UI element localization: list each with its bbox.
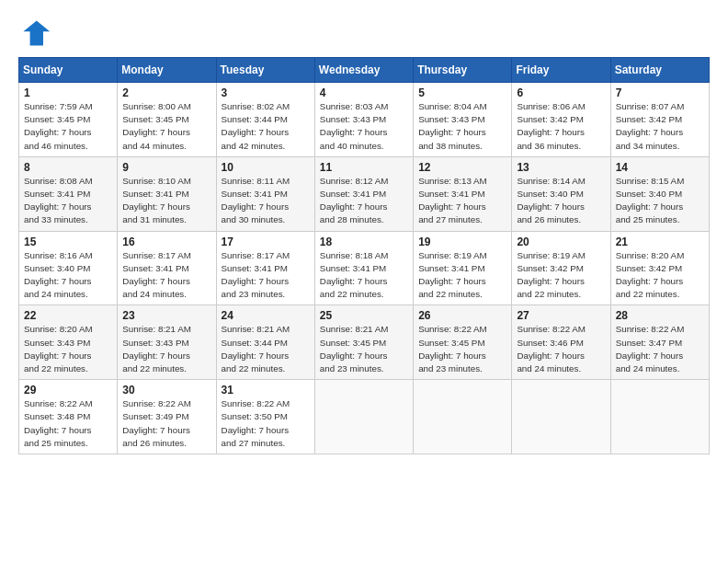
day-cell: 11Sunrise: 8:12 AM Sunset: 3:41 PM Dayli… xyxy=(314,156,413,231)
day-cell: 9Sunrise: 8:10 AM Sunset: 3:41 PM Daylig… xyxy=(118,156,216,231)
day-info: Sunrise: 8:08 AM Sunset: 3:41 PM Dayligh… xyxy=(24,175,112,227)
calendar-header-row: SundayMondayTuesdayWednesdayThursdayFrid… xyxy=(19,58,710,83)
day-number: 13 xyxy=(517,161,605,174)
day-number: 2 xyxy=(122,86,210,99)
day-info: Sunrise: 7:59 AM Sunset: 3:45 PM Dayligh… xyxy=(24,100,112,153)
day-header-saturday: Saturday xyxy=(610,58,709,83)
day-info: Sunrise: 8:03 AM Sunset: 3:43 PM Dayligh… xyxy=(320,100,408,153)
day-number: 30 xyxy=(122,384,210,396)
day-cell: 20Sunrise: 8:19 AM Sunset: 3:42 PM Dayli… xyxy=(512,231,610,305)
week-row-3: 15Sunrise: 8:16 AM Sunset: 3:40 PM Dayli… xyxy=(19,231,710,305)
day-cell: 26Sunrise: 8:22 AM Sunset: 3:45 PM Dayli… xyxy=(414,305,512,380)
day-info: Sunrise: 8:12 AM Sunset: 3:41 PM Dayligh… xyxy=(320,175,408,227)
day-cell: 15Sunrise: 8:16 AM Sunset: 3:40 PM Dayli… xyxy=(19,231,118,305)
day-info: Sunrise: 8:10 AM Sunset: 3:41 PM Dayligh… xyxy=(122,175,210,227)
day-number: 19 xyxy=(418,236,506,248)
day-header-wednesday: Wednesday xyxy=(314,58,413,83)
day-number: 24 xyxy=(222,309,310,322)
day-cell: 2Sunrise: 8:00 AM Sunset: 3:45 PM Daylig… xyxy=(118,83,216,157)
calendar: SundayMondayTuesdayWednesdayThursdayFrid… xyxy=(18,57,710,454)
day-number: 11 xyxy=(320,161,408,174)
day-info: Sunrise: 8:21 AM Sunset: 3:44 PM Dayligh… xyxy=(222,323,310,375)
day-info: Sunrise: 8:22 AM Sunset: 3:45 PM Dayligh… xyxy=(418,323,506,375)
week-row-2: 8Sunrise: 8:08 AM Sunset: 3:41 PM Daylig… xyxy=(19,156,710,231)
day-cell: 13Sunrise: 8:14 AM Sunset: 3:40 PM Dayli… xyxy=(512,156,610,231)
day-info: Sunrise: 8:22 AM Sunset: 3:50 PM Dayligh… xyxy=(222,397,310,450)
day-header-monday: Monday xyxy=(118,58,216,83)
day-info: Sunrise: 8:16 AM Sunset: 3:40 PM Dayligh… xyxy=(24,249,112,302)
week-row-5: 29Sunrise: 8:22 AM Sunset: 3:48 PM Dayli… xyxy=(19,380,710,454)
day-number: 10 xyxy=(222,161,310,174)
day-number: 21 xyxy=(616,236,704,248)
day-cell: 16Sunrise: 8:17 AM Sunset: 3:41 PM Dayli… xyxy=(118,231,216,305)
day-cell: 31Sunrise: 8:22 AM Sunset: 3:50 PM Dayli… xyxy=(216,380,314,454)
day-cell xyxy=(414,380,512,454)
day-cell: 18Sunrise: 8:18 AM Sunset: 3:41 PM Dayli… xyxy=(314,231,413,305)
day-header-sunday: Sunday xyxy=(19,58,118,83)
day-cell: 21Sunrise: 8:20 AM Sunset: 3:42 PM Dayli… xyxy=(610,231,709,305)
day-cell: 25Sunrise: 8:21 AM Sunset: 3:45 PM Dayli… xyxy=(314,305,413,380)
header xyxy=(18,17,710,50)
day-number: 15 xyxy=(24,236,112,248)
day-info: Sunrise: 8:02 AM Sunset: 3:44 PM Dayligh… xyxy=(222,100,310,153)
day-cell: 27Sunrise: 8:22 AM Sunset: 3:46 PM Dayli… xyxy=(512,305,610,380)
day-info: Sunrise: 8:22 AM Sunset: 3:47 PM Dayligh… xyxy=(616,323,704,375)
day-number: 23 xyxy=(122,309,210,322)
day-number: 22 xyxy=(24,309,112,322)
day-info: Sunrise: 8:17 AM Sunset: 3:41 PM Dayligh… xyxy=(122,249,210,302)
day-header-tuesday: Tuesday xyxy=(216,58,314,83)
day-info: Sunrise: 8:04 AM Sunset: 3:43 PM Dayligh… xyxy=(418,100,506,153)
day-number: 7 xyxy=(616,86,704,99)
day-info: Sunrise: 8:18 AM Sunset: 3:41 PM Dayligh… xyxy=(320,249,408,302)
day-cell xyxy=(512,380,610,454)
logo-icon xyxy=(18,17,51,50)
day-number: 12 xyxy=(418,161,506,174)
day-info: Sunrise: 8:07 AM Sunset: 3:42 PM Dayligh… xyxy=(616,100,704,153)
day-info: Sunrise: 8:15 AM Sunset: 3:40 PM Dayligh… xyxy=(616,175,704,227)
day-cell: 7Sunrise: 8:07 AM Sunset: 3:42 PM Daylig… xyxy=(610,83,709,157)
day-info: Sunrise: 8:14 AM Sunset: 3:40 PM Dayligh… xyxy=(517,175,605,227)
day-cell: 30Sunrise: 8:22 AM Sunset: 3:49 PM Dayli… xyxy=(118,380,216,454)
day-cell: 6Sunrise: 8:06 AM Sunset: 3:42 PM Daylig… xyxy=(512,83,610,157)
day-info: Sunrise: 8:11 AM Sunset: 3:41 PM Dayligh… xyxy=(222,175,310,227)
day-number: 26 xyxy=(418,309,506,322)
day-number: 8 xyxy=(24,161,112,174)
day-number: 14 xyxy=(616,161,704,174)
day-info: Sunrise: 8:21 AM Sunset: 3:45 PM Dayligh… xyxy=(320,323,408,375)
day-number: 25 xyxy=(320,309,408,322)
day-header-friday: Friday xyxy=(512,58,610,83)
day-number: 18 xyxy=(320,236,408,248)
day-cell: 1Sunrise: 7:59 AM Sunset: 3:45 PM Daylig… xyxy=(19,83,118,157)
day-info: Sunrise: 8:21 AM Sunset: 3:43 PM Dayligh… xyxy=(122,323,210,375)
day-number: 3 xyxy=(222,86,310,99)
day-info: Sunrise: 8:17 AM Sunset: 3:41 PM Dayligh… xyxy=(222,249,310,302)
day-number: 6 xyxy=(517,86,605,99)
day-number: 4 xyxy=(320,86,408,99)
day-info: Sunrise: 8:13 AM Sunset: 3:41 PM Dayligh… xyxy=(418,175,506,227)
day-info: Sunrise: 8:22 AM Sunset: 3:49 PM Dayligh… xyxy=(122,397,210,450)
day-cell xyxy=(314,380,413,454)
day-info: Sunrise: 8:19 AM Sunset: 3:42 PM Dayligh… xyxy=(517,249,605,302)
page: SundayMondayTuesdayWednesdayThursdayFrid… xyxy=(0,0,728,563)
day-cell: 14Sunrise: 8:15 AM Sunset: 3:40 PM Dayli… xyxy=(610,156,709,231)
day-info: Sunrise: 8:22 AM Sunset: 3:48 PM Dayligh… xyxy=(24,397,112,450)
day-cell: 3Sunrise: 8:02 AM Sunset: 3:44 PM Daylig… xyxy=(216,83,314,157)
day-cell: 5Sunrise: 8:04 AM Sunset: 3:43 PM Daylig… xyxy=(414,83,512,157)
day-cell: 8Sunrise: 8:08 AM Sunset: 3:41 PM Daylig… xyxy=(19,156,118,231)
day-number: 27 xyxy=(517,309,605,322)
day-number: 17 xyxy=(222,236,310,248)
day-cell: 19Sunrise: 8:19 AM Sunset: 3:41 PM Dayli… xyxy=(414,231,512,305)
day-number: 31 xyxy=(222,384,310,396)
day-cell: 29Sunrise: 8:22 AM Sunset: 3:48 PM Dayli… xyxy=(19,380,118,454)
day-number: 20 xyxy=(517,236,605,248)
day-cell: 22Sunrise: 8:20 AM Sunset: 3:43 PM Dayli… xyxy=(19,305,118,380)
day-cell: 10Sunrise: 8:11 AM Sunset: 3:41 PM Dayli… xyxy=(216,156,314,231)
week-row-1: 1Sunrise: 7:59 AM Sunset: 3:45 PM Daylig… xyxy=(19,83,710,157)
day-number: 29 xyxy=(24,384,112,396)
logo xyxy=(18,17,55,50)
day-number: 28 xyxy=(616,309,704,322)
day-number: 5 xyxy=(418,86,506,99)
day-number: 16 xyxy=(122,236,210,248)
day-number: 1 xyxy=(24,86,112,99)
day-info: Sunrise: 8:20 AM Sunset: 3:42 PM Dayligh… xyxy=(616,249,704,302)
